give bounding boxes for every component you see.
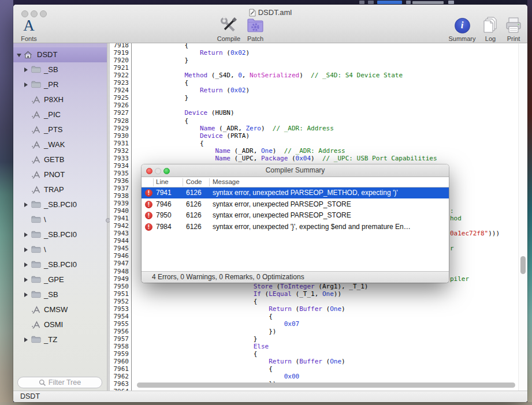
disclosure-triangle[interactable]	[24, 202, 28, 207]
error-row-7950[interactable]: !79506126syntax error, unexpected PARSEO…	[142, 210, 449, 221]
print-button[interactable]: Print	[495, 16, 527, 42]
tree-item-sbpci0[interactable]: _SB.PCI0	[13, 197, 107, 212]
error-message: syntax error, unexpected PARSEOP_STORE	[213, 200, 351, 208]
tree-item-gpe[interactable]: _GPE	[13, 272, 107, 287]
tree-item-label: CMSW	[44, 305, 68, 314]
tree-item-tz[interactable]: _TZ	[13, 332, 107, 347]
tree-item-wak[interactable]: _WAK	[13, 137, 107, 152]
disclosure-triangle[interactable]	[24, 247, 28, 252]
line-number: 7918	[110, 43, 129, 49]
home-icon	[23, 50, 33, 61]
method-icon	[31, 95, 41, 106]
code-line-7955: 0x07	[139, 320, 299, 328]
error-message: syntax error, unexpected PARSEOP_STORE	[213, 211, 351, 219]
menu-clock-text	[412, 1, 444, 4]
print-icon	[504, 16, 523, 35]
menu-status-icon	[359, 1, 364, 4]
column-header-line[interactable]: Line	[156, 178, 169, 185]
tree-item-cmsw[interactable]: CMSW	[13, 302, 107, 317]
dialog-close-button[interactable]	[146, 168, 152, 174]
code-fragment-7945: r	[450, 245, 454, 252]
line-number: 7952	[110, 298, 129, 305]
tree-item-label: \	[44, 245, 46, 254]
disclosure-triangle[interactable]	[24, 292, 28, 297]
tree-item-pnot[interactable]: PNOT	[13, 167, 107, 182]
tree-item-p8xh[interactable]: P8XH	[13, 92, 107, 107]
error-row-7984[interactable]: !79846126syntax error, unexpected '}', e…	[142, 222, 449, 232]
method-icon	[31, 110, 41, 121]
line-number: 7925	[110, 94, 129, 102]
tree-item-label: TRAP	[44, 185, 64, 194]
tree-item-osmi[interactable]: OSMI	[13, 317, 107, 332]
line-number: 7962	[110, 373, 129, 380]
dialog-status-text: 4 Errors, 0 Warnings, 0 Remarks, 0 Optim…	[152, 273, 304, 281]
line-number: 7926	[110, 102, 129, 109]
disclosure-triangle[interactable]	[24, 232, 28, 237]
status-path: DSDT	[20, 392, 40, 400]
tree-item-label: _SB	[44, 290, 58, 299]
tree-item-dsdt[interactable]: DSDT	[13, 47, 107, 62]
error-line-number: 7984	[156, 223, 172, 231]
disclosure-triangle[interactable]	[17, 54, 21, 57]
tree-item-sb[interactable]: _SB	[13, 287, 107, 302]
filter-tree-input[interactable]: Filter Tree	[17, 377, 102, 388]
vertical-scrollbar-thumb[interactable]	[520, 256, 526, 274]
tree-item-sb[interactable]: _SB	[13, 62, 107, 77]
disclosure-triangle[interactable]	[24, 278, 28, 282]
fonts-button[interactable]: A Fonts	[13, 16, 47, 42]
line-number: 7954	[110, 313, 129, 320]
error-message: syntax error, unexpected '}', expecting …	[213, 223, 411, 231]
disclosure-triangle[interactable]	[24, 68, 28, 72]
line-number: 7924	[110, 87, 129, 94]
desktop: DSDT.aml A Fonts Compile	[0, 0, 532, 405]
line-number: 7938	[110, 192, 129, 200]
tree-item-sbpci0[interactable]: _SB.PCI0	[13, 257, 107, 272]
tree-item-pts[interactable]: _PTS	[13, 122, 107, 137]
line-number: 7921	[110, 64, 129, 72]
line-number: 7936	[110, 177, 129, 185]
error-row-7941[interactable]: !79416126syntax error, unexpected PARSEO…	[142, 187, 449, 198]
horizontal-scrollbar-thumb[interactable]	[137, 382, 515, 388]
menu-status-icon	[448, 1, 454, 4]
tree-item-trap[interactable]: TRAP	[13, 182, 107, 197]
patch-icon	[246, 16, 265, 35]
patch-button[interactable]: Patch	[237, 16, 274, 42]
tree-item-[interactable]: \	[13, 242, 107, 257]
dialog-zoom-button[interactable]	[163, 168, 170, 174]
method-icon	[31, 140, 41, 151]
column-header-message[interactable]: Message	[213, 178, 240, 185]
code-line-7932: Name (_ADR, One) // _ADR: Address	[139, 147, 345, 155]
tree-item-pr[interactable]: _PR	[13, 77, 107, 92]
line-number: 7961	[110, 365, 129, 373]
patch-label: Patch	[247, 35, 263, 42]
code-line-7919: Return (0x02)	[139, 49, 250, 57]
tree-item-label: \	[44, 215, 46, 224]
error-line-number: 7946	[156, 200, 172, 208]
line-number: 7922	[110, 72, 129, 79]
filter-tree-placeholder: Filter Tree	[49, 378, 81, 387]
line-number: 7934	[110, 162, 129, 170]
tree-item-pic[interactable]: _PIC	[13, 107, 107, 122]
folder-icon	[31, 290, 41, 300]
error-row-7946[interactable]: !79466126syntax error, unexpected PARSEO…	[142, 199, 449, 210]
tree-item-label: P8XH	[44, 95, 64, 104]
folder-icon	[31, 335, 41, 345]
line-number: 7940	[110, 207, 129, 215]
code-line-7956: })	[139, 328, 276, 335]
disclosure-triangle[interactable]	[24, 82, 28, 87]
method-icon	[31, 185, 41, 196]
tree-item-[interactable]: \	[13, 212, 107, 227]
column-header-code[interactable]: Code	[186, 178, 202, 185]
disclosure-triangle[interactable]	[24, 337, 28, 342]
fonts-label: Fonts	[21, 35, 37, 42]
code-line-7953: Return (Buffer (One)	[139, 305, 345, 313]
dialog-minimize-button[interactable]	[155, 168, 161, 174]
method-icon	[31, 125, 41, 136]
tree-item-getb[interactable]: GETB	[13, 152, 107, 167]
disclosure-triangle[interactable]	[24, 262, 28, 267]
dialog-title: Compiler Summary	[266, 166, 325, 174]
sidebar: DSDT_SB_PRP8XH_PIC_PTS_WAKGETBPNOTTRAP_S…	[13, 43, 107, 391]
tree-item-sbpci0[interactable]: _SB.PCI0	[13, 227, 107, 242]
error-code: 6126	[186, 223, 202, 231]
error-icon: !	[145, 189, 152, 197]
